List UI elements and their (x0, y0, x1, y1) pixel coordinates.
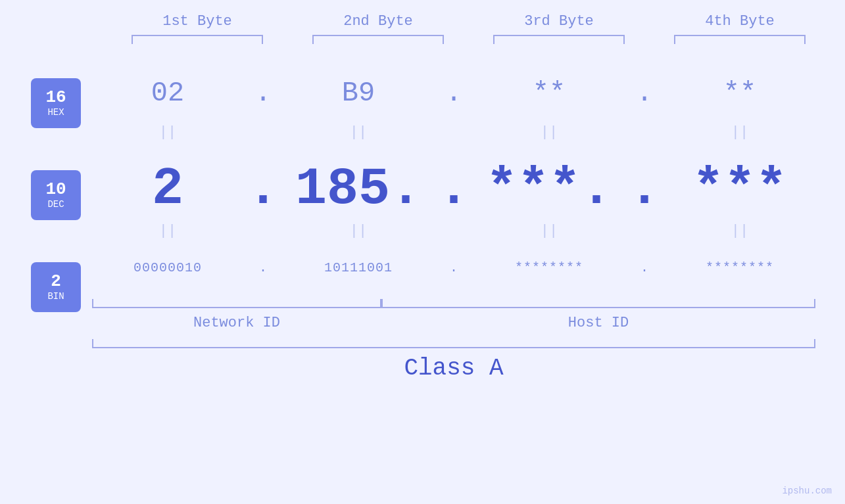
dec-val-4: *** (692, 159, 787, 219)
dec-dot-1: . (253, 159, 273, 219)
hex-dot-2: . (444, 78, 464, 109)
eq-cell-1: || (102, 126, 233, 140)
eq-cell-2: || (293, 126, 424, 140)
bracket-4 (674, 35, 806, 44)
dec-badge-number: 10 (45, 180, 66, 199)
hex-val-2: B9 (342, 78, 375, 109)
eq-cell-3: || (483, 126, 615, 140)
values-grid: 02 . B9 . ** . ** (92, 51, 845, 382)
dec-val-1: 2 (152, 159, 183, 219)
network-id-label: Network ID (92, 315, 381, 331)
eq2-cell-1: || (102, 224, 233, 239)
watermark: ipshu.com (782, 486, 832, 496)
hex-dot-3: . (635, 78, 654, 109)
hex-badge-number: 16 (45, 88, 66, 107)
bin-badge-label: BIN (47, 291, 64, 302)
bottom-bracket-area: Network ID Host ID (92, 299, 815, 348)
bin-val-4: ******** (706, 260, 774, 275)
byte-header-1: 1st Byte (125, 13, 270, 30)
bin-value-row: 00000010 . 10111001 . ******** . (92, 241, 815, 294)
dec-cell-4: *** (674, 159, 806, 219)
bin-cell-1: 00000010 (102, 260, 233, 275)
eq-cell-4: || (674, 126, 806, 140)
network-id-bracket (92, 299, 381, 308)
bin-dot-1: . (253, 260, 273, 275)
dec-cell-3: ***. (483, 159, 615, 219)
bracket-2 (312, 35, 444, 44)
eq2-cell-4: || (674, 224, 806, 239)
hex-badge: 16 HEX (31, 78, 81, 128)
bin-cell-2: 10111001 (293, 260, 424, 275)
bottom-labels: Network ID Host ID (92, 315, 815, 331)
host-id-label: Host ID (381, 315, 815, 331)
dec-dot-3: . (635, 159, 654, 219)
dec-badge: 10 DEC (31, 170, 81, 220)
eq2-cell-2: || (293, 224, 424, 239)
byte-header-3: 3rd Byte (487, 13, 631, 30)
badges-column: 16 HEX 10 DEC 2 BIN (0, 57, 92, 333)
hex-cell-1: 02 (102, 78, 233, 109)
byte-headers: 1st Byte 2nd Byte 3rd Byte 4th Byte (107, 13, 831, 30)
hex-val-1: 02 (151, 78, 184, 109)
bin-val-2: 10111001 (324, 260, 393, 275)
hex-cell-3: ** (483, 78, 615, 109)
bin-cell-4: ******** (674, 260, 806, 275)
bin-cell-3: ******** (483, 260, 615, 275)
dec-value-row: 2 . 185. . ***. . *** (92, 143, 815, 221)
bin-dot-2: . (444, 260, 464, 275)
main-content-area: 16 HEX 10 DEC 2 BIN 02 . (0, 51, 845, 491)
dec-dot-2: . (444, 159, 464, 219)
dec-val-3: ***. (486, 159, 612, 219)
equals-row-1: || || || || (92, 123, 815, 143)
byte-header-4: 4th Byte (667, 13, 812, 30)
class-label-container: Class A (92, 355, 815, 382)
dec-val-2: 185. (295, 159, 422, 219)
hex-val-4: ** (723, 78, 756, 109)
bracket-1 (132, 35, 263, 44)
bin-badge-number: 2 (51, 272, 61, 291)
bottom-brackets (92, 299, 815, 312)
class-label: Class A (404, 355, 503, 382)
hex-dot-1: . (253, 78, 273, 109)
eq2-cell-3: || (483, 224, 615, 239)
hex-value-row: 02 . B9 . ** . ** (92, 64, 815, 123)
overall-bracket (92, 339, 815, 348)
hex-val-3: ** (533, 78, 566, 109)
bin-val-1: 00000010 (133, 260, 202, 275)
bin-dot-3: . (635, 260, 654, 275)
equals-row-2: || || || || (92, 221, 815, 241)
hex-cell-2: B9 (293, 78, 424, 109)
bin-badge: 2 BIN (31, 262, 81, 312)
dec-cell-1: 2 (102, 159, 233, 219)
hex-cell-4: ** (674, 78, 806, 109)
host-id-bracket (381, 299, 815, 308)
bin-val-3: ******** (515, 260, 583, 275)
dec-cell-2: 185. (293, 159, 424, 219)
byte-header-2: 2nd Byte (306, 13, 450, 30)
dec-badge-label: DEC (47, 199, 64, 210)
hex-badge-label: HEX (47, 107, 64, 118)
main-container: 1st Byte 2nd Byte 3rd Byte 4th Byte 16 H… (0, 0, 845, 504)
top-brackets (107, 35, 831, 44)
bracket-3 (493, 35, 625, 44)
